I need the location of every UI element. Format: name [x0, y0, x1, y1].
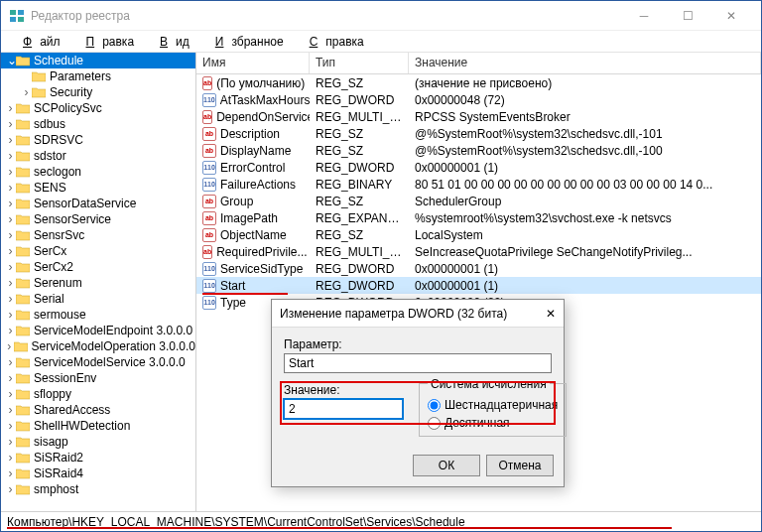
expand-icon[interactable]: › [7, 355, 14, 369]
tree-item[interactable]: ›SDRSVC [1, 132, 195, 148]
tree-item[interactable]: ›SCPolicySvc [1, 100, 195, 116]
col-name[interactable]: Имя [196, 53, 310, 73]
value-row[interactable]: abRequiredPrivile...REG_MULTI_SZSeIncrea… [196, 243, 761, 260]
value-row[interactable]: abDescriptionREG_SZ@%SystemRoot%\system3… [196, 125, 761, 142]
tree-item[interactable]: ⌄Schedule [1, 53, 195, 68]
value-row[interactable]: 110ErrorControlREG_DWORD0x00000001 (1) [196, 159, 761, 176]
expand-icon[interactable]: › [7, 308, 14, 322]
tree-item[interactable]: ›SensorDataService [1, 196, 195, 211]
value-name: RequiredPrivile... [216, 245, 307, 259]
regtype-icon: ab [202, 76, 212, 90]
col-value[interactable]: Значение [409, 53, 761, 73]
col-type[interactable]: Тип [310, 53, 409, 73]
value-row[interactable]: 110StartREG_DWORD0x00000001 (1) [196, 277, 761, 294]
tree-item[interactable]: ›sfloppy [1, 386, 195, 402]
tree-item[interactable]: ›SharedAccess [1, 402, 195, 418]
tree-item[interactable]: ›Serenum [1, 275, 195, 291]
cancel-button[interactable]: Отмена [486, 455, 554, 476]
expand-icon[interactable]: › [7, 339, 12, 353]
maximize-button[interactable]: ☐ [666, 1, 709, 31]
tree-item-label: sfloppy [34, 387, 71, 401]
tree-item[interactable]: ›SiSRaid4 [1, 466, 195, 481]
ok-button[interactable]: ОК [413, 455, 480, 476]
tree-item[interactable]: ›ServiceModelService 3.0.0.0 [1, 354, 195, 370]
value-row[interactable]: 110FailureActionsREG_BINARY80 51 01 00 0… [196, 176, 761, 193]
tree-item[interactable]: ›ServiceModelEndpoint 3.0.0.0 [1, 323, 195, 338]
expand-icon[interactable]: › [7, 387, 14, 401]
tree-item-label: SerCx2 [34, 260, 73, 274]
tree-item-label: SerCx [34, 244, 66, 258]
tree-item[interactable]: ›ShellHWDetection [1, 418, 195, 434]
expand-icon[interactable] [23, 69, 30, 83]
menu-favorites[interactable]: Избранное [199, 33, 292, 51]
value-row[interactable]: abDependOnServiceREG_MULTI_SZRPCSS Syste… [196, 108, 761, 125]
value-row[interactable]: abDisplayNameREG_SZ@%SystemRoot%\system3… [196, 142, 761, 159]
expand-icon[interactable]: › [7, 244, 14, 258]
expand-icon[interactable]: › [7, 165, 14, 179]
tree-item[interactable]: ›SensrSvc [1, 227, 195, 243]
expand-icon[interactable]: › [7, 419, 14, 433]
tree-item[interactable]: Parameters [1, 68, 195, 84]
tree-item[interactable]: ›SensorService [1, 211, 195, 227]
param-input[interactable] [284, 353, 552, 373]
expand-icon[interactable]: › [7, 371, 14, 385]
tree-item[interactable]: ›SiSRaid2 [1, 450, 195, 466]
tree-item[interactable]: ›SerCx2 [1, 259, 195, 275]
expand-icon[interactable]: › [7, 197, 14, 210]
value-row[interactable]: ab(По умолчанию)REG_SZ(значение не присв… [196, 74, 761, 91]
tree-item[interactable]: ›SerCx [1, 243, 195, 259]
expand-icon[interactable]: › [7, 324, 14, 337]
tree-item[interactable]: ›SessionEnv [1, 370, 195, 386]
tree-item[interactable]: ›sdstor [1, 148, 195, 164]
expand-icon[interactable]: › [7, 117, 14, 131]
expand-icon[interactable]: › [7, 435, 14, 449]
folder-icon [32, 86, 46, 98]
value-row[interactable]: 110AtTaskMaxHoursREG_DWORD0x00000048 (72… [196, 91, 761, 108]
menu-help[interactable]: Справка [294, 33, 372, 51]
expand-icon[interactable]: › [23, 85, 30, 99]
value-type: REG_SZ [310, 144, 409, 158]
value-row[interactable]: abGroupREG_SZSchedulerGroup [196, 193, 761, 209]
expand-icon[interactable]: › [7, 292, 14, 306]
menu-view[interactable]: Вид [144, 33, 197, 51]
menu-edit[interactable]: Правка [70, 33, 143, 51]
expand-icon[interactable]: › [7, 466, 14, 480]
tree-item[interactable]: ›sdbus [1, 116, 195, 132]
tree-item[interactable]: ›sermouse [1, 307, 195, 323]
minimize-button[interactable]: ─ [622, 1, 666, 31]
tree-item[interactable]: ›seclogon [1, 164, 195, 180]
value-name: Type [220, 296, 246, 310]
dialog-close-icon[interactable]: ✕ [546, 307, 556, 321]
dialog-titlebar[interactable]: Изменение параметра DWORD (32 бита) ✕ [272, 300, 564, 328]
tree-item[interactable]: ›SENS [1, 180, 195, 196]
expand-icon[interactable]: › [7, 260, 14, 274]
value-name: ObjectName [220, 228, 287, 242]
expand-icon[interactable]: › [7, 482, 14, 496]
expand-icon[interactable]: › [7, 228, 14, 242]
tree-item[interactable]: ›ServiceModelOperation 3.0.0.0 [1, 338, 195, 354]
tree-pane[interactable]: ⌄Schedule Parameters›Security›SCPolicySv… [1, 53, 196, 511]
expand-icon[interactable]: › [7, 403, 14, 417]
regtype-icon: ab [202, 245, 212, 259]
tree-item-label: SensorService [34, 212, 111, 226]
close-button[interactable]: ✕ [709, 1, 753, 31]
value-row[interactable]: 110ServiceSidTypeREG_DWORD0x00000001 (1) [196, 260, 761, 277]
tree-item-label: sdstor [34, 149, 66, 163]
value-row[interactable]: abObjectNameREG_SZLocalSystem [196, 226, 761, 243]
expand-icon[interactable]: › [7, 276, 14, 290]
expand-icon[interactable]: › [7, 149, 14, 163]
menu-file[interactable]: Файл [7, 33, 68, 51]
tree-item[interactable]: ›Serial [1, 291, 195, 307]
expand-icon[interactable]: › [7, 451, 14, 465]
tree-item[interactable]: ›smphost [1, 481, 195, 497]
expand-icon[interactable]: › [7, 101, 14, 115]
expand-icon[interactable]: ⌄ [7, 54, 14, 67]
expand-icon[interactable]: › [7, 212, 14, 226]
expand-icon[interactable]: › [7, 133, 14, 147]
tree-item[interactable]: ›sisagp [1, 434, 195, 450]
expand-icon[interactable]: › [7, 181, 14, 195]
tree-item-label: ServiceModelEndpoint 3.0.0.0 [34, 324, 192, 337]
regtype-icon: 110 [202, 296, 216, 310]
tree-item[interactable]: ›Security [1, 84, 195, 100]
value-row[interactable]: abImagePathREG_EXPAND_SZ%systemroot%\sys… [196, 209, 761, 226]
